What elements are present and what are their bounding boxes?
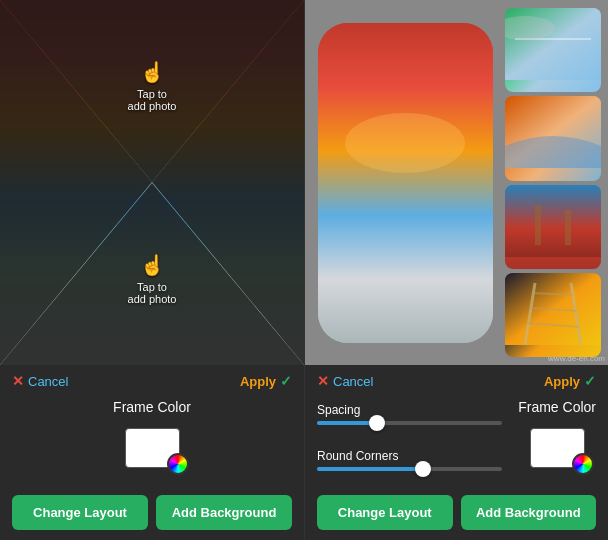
svg-marker-2 (0, 183, 304, 365)
right-side-photo-1[interactable] (505, 8, 601, 92)
svg-marker-3 (0, 0, 152, 365)
svg-rect-13 (565, 210, 571, 245)
right-cancel-x-icon: ✕ (317, 373, 329, 389)
left-controls: ✕ Cancel Apply ✓ Frame Color Change Layo… (0, 365, 304, 540)
left-color-wheel[interactable] (167, 453, 189, 475)
spacing-group: Spacing (317, 403, 502, 441)
right-color-wheel[interactable] (572, 453, 594, 475)
spacing-track (317, 421, 502, 425)
left-cancel-label: Cancel (28, 374, 68, 389)
tap-add-bottom-label: Tap to add photo (128, 281, 177, 305)
round-corners-slider[interactable] (317, 467, 502, 487)
spacing-thumb[interactable] (369, 415, 385, 431)
left-frame-color-label: Frame Color (113, 399, 191, 415)
tap-add-bottom[interactable]: ☝ Tap to add photo (128, 253, 177, 305)
right-bottom-buttons: Change Layout Add Background (317, 495, 596, 530)
right-apply-label: Apply (544, 374, 580, 389)
tap-icon-bottom: ☝ (140, 253, 165, 277)
svg-point-6 (345, 113, 465, 173)
left-frame-color-section: Frame Color (12, 399, 292, 473)
right-side-photo-2[interactable] (505, 96, 601, 180)
left-panel: ☝ Tap to add photo ☝ Tap to add photo ✕ … (0, 0, 304, 540)
right-panel: www.de-en.com ✕ Cancel Apply ✓ Spacing (304, 0, 608, 540)
left-cancel-button[interactable]: ✕ Cancel (12, 373, 68, 389)
round-corners-label: Round Corners (317, 449, 502, 463)
round-corners-fill (317, 467, 419, 471)
left-add-background-button[interactable]: Add Background (156, 495, 292, 530)
right-frame-color-label: Frame Color (518, 399, 596, 415)
right-side-photo-4[interactable] (505, 273, 601, 357)
svg-rect-5 (318, 23, 493, 343)
cancel-x-icon: ✕ (12, 373, 24, 389)
left-apply-button[interactable]: Apply ✓ (240, 373, 292, 389)
right-apply-check-icon: ✓ (584, 373, 596, 389)
left-bottom-buttons: Change Layout Add Background (12, 495, 292, 530)
svg-rect-0 (0, 0, 304, 365)
left-color-swatch-wrapper[interactable] (117, 423, 187, 473)
right-add-background-button[interactable]: Add Background (461, 495, 597, 530)
right-cancel-button[interactable]: ✕ Cancel (317, 373, 373, 389)
right-apply-button[interactable]: Apply ✓ (544, 373, 596, 389)
right-cancel-label: Cancel (333, 374, 373, 389)
right-top-bar: ✕ Cancel Apply ✓ (317, 373, 596, 389)
left-collage-area[interactable]: ☝ Tap to add photo ☝ Tap to add photo (0, 0, 304, 365)
left-change-layout-button[interactable]: Change Layout (12, 495, 148, 530)
left-top-bar: ✕ Cancel Apply ✓ (12, 373, 292, 389)
tap-add-top[interactable]: ☝ Tap to add photo (128, 60, 177, 112)
round-corners-group: Round Corners (317, 449, 502, 487)
right-frame-color-section: Frame Color (518, 399, 596, 495)
left-apply-label: Apply (240, 374, 276, 389)
right-controls-row: Spacing Round Corners (317, 399, 596, 495)
tap-icon-top: ☝ (140, 60, 165, 84)
watermark: www.de-en.com (548, 354, 605, 363)
right-main-photo[interactable] (318, 23, 493, 343)
right-side-photos (501, 0, 608, 365)
round-corners-thumb[interactable] (415, 461, 431, 477)
svg-rect-12 (535, 205, 541, 245)
right-left-controls: Spacing Round Corners (317, 399, 502, 495)
svg-marker-1 (0, 0, 304, 182)
apply-check-icon: ✓ (280, 373, 292, 389)
svg-marker-4 (152, 0, 304, 365)
svg-rect-11 (505, 185, 601, 257)
right-controls: ✕ Cancel Apply ✓ Spacing (305, 365, 608, 540)
spacing-slider[interactable] (317, 421, 502, 441)
right-main-photo-container (305, 0, 501, 365)
spacing-fill (317, 421, 373, 425)
spacing-label: Spacing (317, 403, 502, 417)
right-side-photo-3[interactable] (505, 185, 601, 269)
right-color-swatch-wrapper[interactable] (522, 423, 592, 473)
round-corners-track (317, 467, 502, 471)
right-change-layout-button[interactable]: Change Layout (317, 495, 453, 530)
tap-add-top-label: Tap to add photo (128, 88, 177, 112)
right-collage-area: www.de-en.com (305, 0, 608, 365)
